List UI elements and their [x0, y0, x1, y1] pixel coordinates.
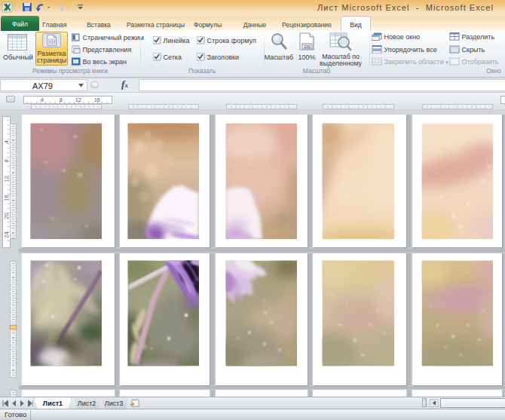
svg-text:100: 100 [304, 44, 311, 49]
